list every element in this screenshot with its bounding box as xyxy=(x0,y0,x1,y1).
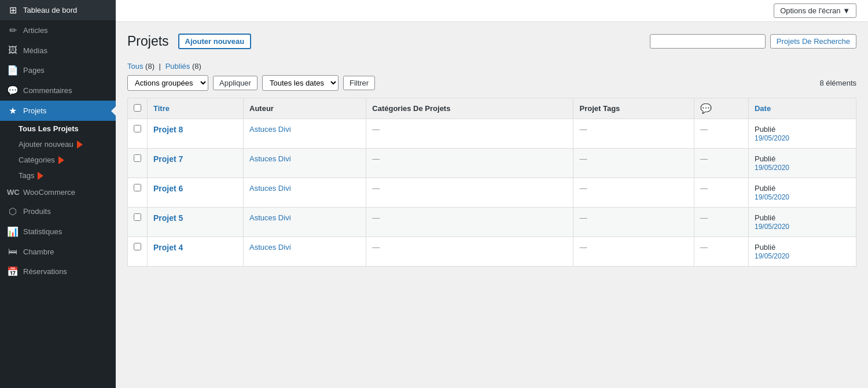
author-link[interactable]: Astuces Divi xyxy=(249,184,291,193)
actions-groupees-select[interactable]: Actions groupées xyxy=(127,75,208,91)
page-header: Projets Ajouter nouveau xyxy=(127,34,251,49)
tags-value: — xyxy=(579,154,587,163)
date-link[interactable]: 19/05/2020 xyxy=(755,193,789,201)
row-auteur-cell: Astuces Divi xyxy=(244,119,366,149)
categories-value: — xyxy=(372,243,380,252)
page-header-row: Projets Ajouter nouveau Projets De Reche… xyxy=(127,34,856,56)
row-comments-cell: — xyxy=(694,237,748,267)
separator: | xyxy=(159,62,161,71)
submenu-item-ajouter-nouveau[interactable]: Ajouter nouveau xyxy=(0,136,116,152)
sidebar-item-statistiques[interactable]: 📊 Statistiques xyxy=(0,221,116,242)
row-checkbox[interactable] xyxy=(134,184,141,191)
row-checkbox-cell xyxy=(128,149,148,178)
comments-header: 💬 xyxy=(694,98,748,119)
comments-value: — xyxy=(700,213,708,222)
row-checkbox[interactable] xyxy=(134,125,141,132)
comments-value: — xyxy=(700,184,708,193)
tags-value: — xyxy=(579,125,587,134)
woocommerce-icon: WC xyxy=(7,188,19,197)
checkbox-header xyxy=(128,98,148,119)
commentaires-icon: 💬 xyxy=(7,85,19,96)
table-row: Projet 5 Astuces Divi — — — Publié 19/05… xyxy=(128,208,856,237)
sidebar-item-woocommerce[interactable]: WC WooCommerce xyxy=(0,183,116,201)
sidebar-item-commentaires[interactable]: 💬 Commentaires xyxy=(0,80,116,101)
author-link[interactable]: Astuces Divi xyxy=(249,243,291,252)
row-checkbox-cell xyxy=(128,119,148,149)
row-checkbox[interactable] xyxy=(134,243,141,250)
red-arrow-categories xyxy=(58,156,64,164)
appliquer-button[interactable]: Appliquer xyxy=(213,76,258,90)
row-checkbox-cell xyxy=(128,237,148,267)
row-titre-cell: Projet 7 xyxy=(148,149,244,178)
author-link[interactable]: Astuces Divi xyxy=(249,213,291,222)
sidebar-item-projets[interactable]: ★ Projets xyxy=(0,101,116,121)
chambre-icon: 🛏 xyxy=(7,246,19,257)
author-link[interactable]: Astuces Divi xyxy=(249,125,291,134)
sidebar-item-pages[interactable]: 📄 Pages xyxy=(0,60,116,80)
dashboard-icon: ⊞ xyxy=(7,5,19,16)
project-link[interactable]: Projet 8 xyxy=(153,125,183,134)
titre-header[interactable]: Titre xyxy=(148,98,244,119)
categories-value: — xyxy=(372,213,380,222)
row-titre-cell: Projet 8 xyxy=(148,119,244,149)
categories-value: — xyxy=(372,184,380,193)
date-link[interactable]: 19/05/2020 xyxy=(755,164,789,172)
date-status: Publié xyxy=(755,213,775,222)
project-link[interactable]: Projet 7 xyxy=(153,154,183,164)
published-count: (8) xyxy=(192,62,201,71)
sidebar-item-tableau-de-bord[interactable]: ⊞ Tableau de bord xyxy=(0,0,116,20)
row-checkbox-cell xyxy=(128,178,148,208)
sidebar-item-produits[interactable]: ⬡ Produits xyxy=(0,201,116,221)
project-link[interactable]: Projet 5 xyxy=(153,213,183,223)
row-date-cell: Publié 19/05/2020 xyxy=(748,149,856,178)
table-row: Projet 4 Astuces Divi — — — Publié 19/05… xyxy=(128,237,856,267)
options-de-lecran-button[interactable]: Options de l'écran ▼ xyxy=(774,3,856,18)
row-checkbox[interactable] xyxy=(134,154,141,162)
add-new-button[interactable]: Ajouter nouveau xyxy=(178,34,252,49)
date-link[interactable]: 19/05/2020 xyxy=(755,134,789,142)
search-button[interactable]: Projets De Recherche xyxy=(770,34,856,49)
date-link[interactable]: 19/05/2020 xyxy=(755,252,789,260)
row-tags-cell: — xyxy=(573,208,694,237)
author-link[interactable]: Astuces Divi xyxy=(249,154,291,163)
toutes-les-dates-select[interactable]: Toutes les dates xyxy=(262,75,339,91)
table-header-row: Titre Auteur Catégories De Projets Proje… xyxy=(128,98,856,119)
produits-icon: ⬡ xyxy=(7,206,19,217)
project-link[interactable]: Projet 6 xyxy=(153,184,183,193)
sidebar-item-medias[interactable]: 🖼 Médias xyxy=(0,40,116,60)
filtrer-button[interactable]: Filtrer xyxy=(343,76,375,90)
page-title: Projets xyxy=(127,34,169,49)
select-all-checkbox[interactable] xyxy=(134,104,141,112)
sidebar-item-chambre[interactable]: 🛏 Chambre xyxy=(0,242,116,261)
row-categories-cell: — xyxy=(366,149,573,178)
categories-value: — xyxy=(372,125,380,134)
published-filter-link[interactable]: Publiés xyxy=(165,62,190,71)
filter-links: Tous (8) | Publiés (8) xyxy=(127,62,856,71)
sidebar-item-reservations[interactable]: 📅 Réservations xyxy=(0,261,116,282)
sidebar-item-articles[interactable]: ✏ Articles xyxy=(0,20,116,40)
row-checkbox-cell xyxy=(128,208,148,237)
date-header[interactable]: Date xyxy=(748,98,856,119)
all-filter-link[interactable]: Tous xyxy=(127,62,143,71)
table-body: Projet 8 Astuces Divi — — — Publié 19/05… xyxy=(128,119,856,267)
comments-value: — xyxy=(700,243,708,252)
row-auteur-cell: Astuces Divi xyxy=(244,178,366,208)
content-area: Projets Ajouter nouveau Projets De Reche… xyxy=(116,22,868,388)
row-auteur-cell: Astuces Divi xyxy=(244,149,366,178)
date-link[interactable]: 19/05/2020 xyxy=(755,223,789,231)
submenu-item-tags[interactable]: Tags xyxy=(0,168,116,183)
row-date-cell: Publié 19/05/2020 xyxy=(748,208,856,237)
red-arrow-tags xyxy=(38,172,43,180)
project-link[interactable]: Projet 4 xyxy=(153,243,183,252)
categories-header: Catégories De Projets xyxy=(366,98,573,119)
row-checkbox[interactable] xyxy=(134,213,141,221)
search-input[interactable] xyxy=(650,34,766,49)
row-categories-cell: — xyxy=(366,178,573,208)
comment-icon: 💬 xyxy=(700,104,712,113)
reservations-icon: 📅 xyxy=(7,266,19,277)
date-status: Publié xyxy=(755,125,775,134)
tags-header: Projet Tags xyxy=(573,98,694,119)
table-row: Projet 7 Astuces Divi — — — Publié 19/05… xyxy=(128,149,856,178)
submenu-item-categories[interactable]: Catégories xyxy=(0,152,116,168)
submenu-header: Tous Les Projets xyxy=(0,121,116,136)
